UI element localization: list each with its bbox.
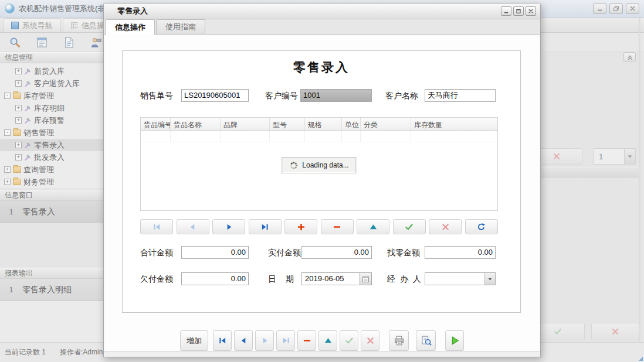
grid-post-button[interactable] bbox=[357, 219, 389, 234]
restore-button[interactable] bbox=[609, 4, 623, 14]
tree-item-inventory-detail[interactable]: + 库存明细 bbox=[0, 102, 106, 114]
expander-icon[interactable]: + bbox=[15, 80, 22, 87]
grid-add-button[interactable] bbox=[284, 219, 317, 234]
background-delete-button[interactable] bbox=[591, 323, 639, 340]
report-row-retail-entry-detail[interactable]: 1 零售录入明细 bbox=[0, 279, 106, 301]
toolbar-prev-button[interactable] bbox=[234, 330, 253, 351]
expander-icon[interactable]: - bbox=[4, 129, 11, 136]
tree-item-finance-mgmt[interactable]: + 财务管理 bbox=[0, 176, 106, 188]
add-record-button[interactable]: 增加 bbox=[180, 330, 208, 351]
expander-icon[interactable]: + bbox=[15, 105, 22, 111]
goods-grid[interactable]: 货品编号 货品名称 品牌 型号 规格 单位 分类 库存数量 bbox=[140, 117, 498, 211]
tree-item-inventory-alert[interactable]: + 库存预警 bbox=[0, 114, 106, 127]
close-button[interactable] bbox=[626, 4, 639, 14]
tool-icon bbox=[24, 153, 32, 161]
toolbar-cancel-button[interactable] bbox=[361, 330, 379, 351]
grid-remove-button[interactable] bbox=[321, 219, 354, 234]
grid-empty-row bbox=[141, 131, 497, 142]
resize-grip[interactable] bbox=[639, 357, 643, 361]
change-amount-input[interactable]: 0.00 bbox=[425, 246, 496, 259]
print-preview-button[interactable] bbox=[416, 330, 436, 351]
section-report-output[interactable]: 报表输出 bbox=[0, 268, 106, 279]
dialog-tab-user-guide[interactable]: 使用指南 bbox=[156, 19, 205, 34]
grid-confirm-button[interactable] bbox=[393, 219, 426, 234]
panel-collapse-button[interactable] bbox=[623, 52, 636, 62]
run-button[interactable] bbox=[445, 330, 464, 351]
maximize-icon bbox=[516, 8, 521, 14]
customer-no-input[interactable]: 1001 bbox=[300, 89, 372, 102]
expander-icon[interactable]: - bbox=[4, 93, 11, 99]
col-unit[interactable]: 单位 bbox=[342, 118, 361, 130]
users-icon bbox=[90, 36, 102, 49]
info-window-row-retail-entry[interactable]: 1 零售录入 bbox=[0, 201, 106, 223]
grid-prev-button[interactable] bbox=[177, 219, 209, 234]
col-brand[interactable]: 品牌 bbox=[221, 118, 270, 130]
dialog-close-button[interactable] bbox=[526, 6, 536, 16]
tree-item-wholesale-entry[interactable]: + 批发录入 bbox=[0, 151, 106, 163]
grid-cancel-button[interactable] bbox=[429, 219, 462, 234]
date-label: 日 期 bbox=[268, 272, 297, 285]
change-amount-label: 找零金额 bbox=[387, 246, 420, 259]
col-goods-name[interactable]: 货品名称 bbox=[171, 118, 221, 130]
chevron-down-icon bbox=[624, 149, 635, 164]
col-goods-no[interactable]: 货品编号 bbox=[141, 118, 171, 130]
col-model[interactable]: 型号 bbox=[270, 118, 305, 130]
minus-icon bbox=[303, 336, 311, 345]
loading-text: Loading data... bbox=[302, 161, 348, 169]
tree-item-label: 新货入库 bbox=[34, 66, 65, 77]
date-input[interactable]: 2019-06-05 bbox=[301, 272, 360, 285]
tree-item-customer-return-in[interactable]: + 客户退货入库 bbox=[0, 77, 106, 90]
owed-amount-input[interactable]: 0.00 bbox=[181, 272, 249, 285]
expander-icon[interactable]: + bbox=[15, 154, 22, 160]
col-stock-qty[interactable]: 库存数量 bbox=[411, 118, 497, 130]
tool-icon bbox=[24, 104, 32, 112]
background-page-dropdown[interactable]: 1 bbox=[594, 148, 636, 165]
search-button[interactable] bbox=[5, 34, 25, 51]
toolbar-next-button[interactable] bbox=[255, 330, 274, 351]
toolbar-post-button[interactable] bbox=[318, 330, 337, 351]
search-icon bbox=[9, 36, 21, 49]
expander-icon[interactable]: + bbox=[15, 142, 22, 148]
date-picker-button[interactable] bbox=[360, 272, 372, 285]
grid-last-button[interactable] bbox=[249, 219, 282, 234]
dialog-tab-info-operation[interactable]: 信息操作 bbox=[106, 19, 155, 35]
operator-combo[interactable] bbox=[425, 272, 496, 285]
report-button[interactable] bbox=[32, 34, 52, 51]
page-dropdown-value: 1 bbox=[594, 152, 624, 161]
col-category[interactable]: 分类 bbox=[361, 118, 411, 130]
tab-system-nav[interactable]: 系统导航 bbox=[3, 18, 61, 32]
customer-name-input[interactable]: 天马商行 bbox=[425, 89, 496, 102]
tree-item-inventory-mgmt[interactable]: - 库存管理 bbox=[0, 90, 106, 102]
section-info-window[interactable]: 信息窗口 bbox=[0, 190, 106, 201]
toolbar-confirm-button[interactable] bbox=[340, 330, 358, 351]
toolbar-first-button[interactable] bbox=[213, 330, 232, 351]
expander-icon[interactable]: + bbox=[15, 68, 22, 74]
grid-navigator bbox=[140, 219, 498, 234]
tree-item-sales-mgmt[interactable]: - 销售管理 bbox=[0, 127, 106, 139]
grid-first-button[interactable] bbox=[140, 219, 173, 234]
grid-refresh-button[interactable] bbox=[465, 219, 498, 234]
toolbar-last-button[interactable] bbox=[276, 330, 295, 351]
main-window-controls bbox=[593, 4, 639, 14]
total-amount-input[interactable]: 0.00 bbox=[181, 246, 249, 259]
grid-next-button[interactable] bbox=[212, 219, 245, 234]
paid-amount-input[interactable]: 0.00 bbox=[301, 246, 372, 259]
dialog-minimize-button[interactable] bbox=[501, 6, 511, 16]
sale-no-input[interactable]: LS20190605001 bbox=[181, 89, 249, 102]
print-button[interactable] bbox=[389, 330, 409, 351]
tree-item-new-stock-in[interactable]: + 新货入库 bbox=[0, 65, 106, 77]
section-info-management[interactable]: 信息管理 bbox=[0, 52, 106, 63]
dialog-maximize-button[interactable] bbox=[513, 6, 524, 16]
dialog-tab-label: 信息操作 bbox=[115, 22, 145, 33]
expander-icon[interactable]: + bbox=[4, 179, 11, 185]
expander-icon[interactable]: + bbox=[4, 166, 11, 173]
toolbar-remove-button[interactable] bbox=[297, 330, 316, 351]
expander-icon[interactable]: + bbox=[15, 117, 22, 124]
col-spec[interactable]: 规格 bbox=[305, 118, 342, 130]
next-icon bbox=[260, 336, 269, 345]
document-button[interactable] bbox=[59, 34, 79, 51]
minimize-button[interactable] bbox=[593, 4, 606, 14]
tree-item-query-mgmt[interactable]: + 查询管理 bbox=[0, 163, 106, 176]
tree-item-retail-entry[interactable]: + 零售录入 bbox=[0, 139, 106, 151]
minimize-icon bbox=[596, 5, 603, 12]
